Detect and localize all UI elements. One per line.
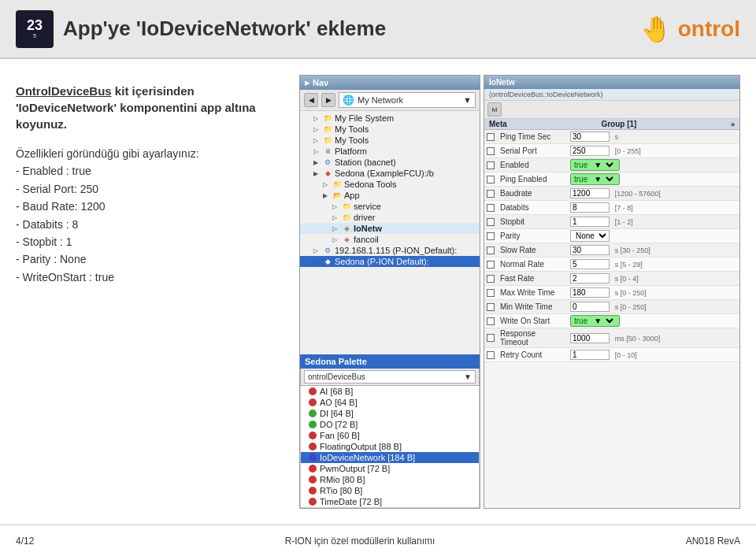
- palette-item-rmio[interactable]: RMio [80 B]: [301, 474, 479, 485]
- logo-hand-icon: 🤚: [640, 14, 672, 44]
- checkbox-icon[interactable]: [487, 334, 495, 342]
- checkbox-icon[interactable]: [487, 218, 495, 226]
- nav-back-button[interactable]: ◀: [304, 93, 318, 107]
- checkbox-icon[interactable]: [487, 261, 495, 269]
- tree-label: Platform: [335, 146, 367, 156]
- tree-item-modules[interactable]: ▷ 📁 My Tools: [300, 124, 480, 135]
- tree-item-app[interactable]: ▶ 📂 App: [300, 190, 480, 201]
- tree-item-station[interactable]: ▶ ⚙ Station (bacnet): [300, 157, 480, 168]
- props-check[interactable]: [484, 303, 497, 311]
- checkbox-icon[interactable]: [487, 303, 495, 311]
- checkbox-icon[interactable]: [487, 351, 495, 359]
- props-check[interactable]: [484, 334, 497, 342]
- props-check[interactable]: [484, 261, 497, 269]
- palette-item-floatingoutput[interactable]: FloatingOutput [88 B]: [301, 441, 479, 452]
- writeonstart-select[interactable]: ▼: [589, 316, 616, 326]
- databits-input[interactable]: [570, 202, 610, 213]
- palette-selector[interactable]: ontrolDeviceBus ▼: [300, 369, 480, 386]
- palette-dot-icon: [309, 432, 317, 439]
- props-check[interactable]: [484, 190, 497, 198]
- checkbox-icon[interactable]: [487, 176, 495, 183]
- nav-forward-button[interactable]: ▶: [321, 93, 335, 107]
- checkbox-icon[interactable]: [487, 289, 495, 297]
- tree-item-filesystem[interactable]: ▷ 📁 My File System: [300, 113, 480, 124]
- expand-icon: ▶: [321, 191, 330, 200]
- tree-item-sedona-pion[interactable]: ▷ ◆ Sedona (P-ION Default):: [300, 256, 480, 267]
- props-check[interactable]: [484, 133, 497, 141]
- props-check[interactable]: [484, 147, 497, 155]
- tree-item-mytools[interactable]: ▷ 📁 My Tools: [300, 135, 480, 146]
- props-row-databits: Databits [7 - 8]: [484, 201, 739, 215]
- palette-item-timedate[interactable]: TimeDate [72 B]: [301, 496, 479, 507]
- tree-item-192[interactable]: ▷ ⚙ 192.168.1.115 (P-ION_Default):: [300, 245, 480, 256]
- tree-item-sedona-tools[interactable]: ▷ 📁 Sedona Tools: [300, 179, 480, 190]
- props-check[interactable]: [484, 246, 497, 254]
- tree-item-ionetw[interactable]: ▷ ◈ IoNetw: [300, 223, 480, 234]
- props-row-pingtimesec: Ping Time Sec s: [484, 130, 739, 144]
- props-row-writeonstart: Write On Start true ▼: [484, 314, 739, 328]
- palette-item-fan[interactable]: Fan [60 B]: [301, 430, 479, 441]
- palette-header: Sedona Palette: [300, 354, 480, 369]
- page-title: App'ye 'IoDeviceNetwork' ekleme: [63, 17, 386, 41]
- normalrate-input[interactable]: [570, 259, 610, 269]
- responsetimeout-input[interactable]: [570, 333, 610, 343]
- props-check[interactable]: [484, 275, 497, 283]
- palette-item-do[interactable]: DO [72 B]: [301, 419, 479, 430]
- palette-dot-icon: [309, 443, 317, 450]
- checkbox-icon[interactable]: [487, 317, 495, 325]
- checkbox-icon[interactable]: [487, 190, 495, 198]
- tree-item-sedona-fcu[interactable]: ▶ ◆ Sedona (ExampleFCU):/b: [300, 168, 480, 179]
- checkbox-icon[interactable]: [487, 147, 495, 155]
- props-check[interactable]: [484, 351, 497, 359]
- props-name-slowrate: Slow Rate: [497, 245, 568, 255]
- checkbox-icon[interactable]: [487, 204, 495, 212]
- serialport-input[interactable]: [570, 146, 610, 156]
- slowrate-input[interactable]: [570, 245, 610, 255]
- palette-dropdown[interactable]: ontrolDeviceBus ▼: [304, 370, 476, 384]
- palette-item-ai[interactable]: AI [68 B]: [301, 386, 479, 397]
- pingenabled-select[interactable]: ▼: [589, 174, 616, 184]
- palette-item-ao[interactable]: AO [64 B]: [301, 397, 479, 408]
- tree-label: My Tools: [335, 124, 369, 134]
- props-check[interactable]: [484, 317, 497, 325]
- enabled-badge: true ▼: [570, 159, 620, 171]
- palette-item-di[interactable]: DI [64 B]: [301, 408, 479, 419]
- palette-dot-icon: [309, 498, 317, 506]
- tree-label: Sedona (ExampleFCU):/b: [335, 169, 434, 178]
- baudrate-input[interactable]: [570, 188, 610, 198]
- nav-network-dropdown[interactable]: 🌐 My Network ▼: [339, 92, 476, 108]
- tree-item-platform[interactable]: ▷ 🖥 Platform: [300, 146, 480, 157]
- props-meta-button[interactable]: M: [487, 102, 502, 117]
- props-check[interactable]: [484, 218, 497, 226]
- palette-item-pwmoutput[interactable]: PwmOutput [72 B]: [301, 463, 479, 474]
- fastrate-input[interactable]: [570, 273, 610, 284]
- props-value-enabled: true ▼: [568, 158, 739, 172]
- nav-title-bar: ▶ Nav: [300, 76, 480, 90]
- palette-item-label: RTio [80 B]: [320, 486, 362, 495]
- maxwritetime-input[interactable]: [570, 287, 610, 298]
- parity-select[interactable]: None: [570, 230, 610, 242]
- tree-item-fancoil[interactable]: ▷ ◈ fancoil: [300, 234, 480, 245]
- props-check[interactable]: [484, 289, 497, 297]
- pingtimesec-input[interactable]: [570, 132, 610, 142]
- tree-item-service[interactable]: ▷ 📁 service: [300, 201, 480, 212]
- tree-label: Sedona (P-ION Default):: [335, 257, 429, 266]
- checkbox-icon[interactable]: [487, 275, 495, 283]
- enabled-select[interactable]: ▼: [589, 160, 616, 170]
- checkbox-icon[interactable]: [487, 232, 495, 240]
- props-check[interactable]: [484, 176, 497, 183]
- props-check[interactable]: [484, 232, 497, 240]
- main-content: OntrolDeviceBus kit içerisinden 'IoDevic…: [0, 59, 756, 524]
- tree-item-driver[interactable]: ▷ 📁 driver: [300, 212, 480, 223]
- checkbox-icon[interactable]: [487, 133, 495, 141]
- checkbox-icon[interactable]: [487, 161, 495, 169]
- group-chevron: »: [731, 120, 735, 128]
- stopbit-input[interactable]: [570, 217, 610, 227]
- retrycount-input[interactable]: [570, 350, 610, 360]
- minwritetime-input[interactable]: [570, 302, 610, 312]
- palette-item-rtio[interactable]: RTio [80 B]: [301, 485, 479, 496]
- props-check[interactable]: [484, 204, 497, 212]
- props-check[interactable]: [484, 161, 497, 169]
- checkbox-icon[interactable]: [487, 246, 495, 254]
- palette-item-iodevicenetwork[interactable]: IoDeviceNetwork [184 B]: [301, 452, 479, 463]
